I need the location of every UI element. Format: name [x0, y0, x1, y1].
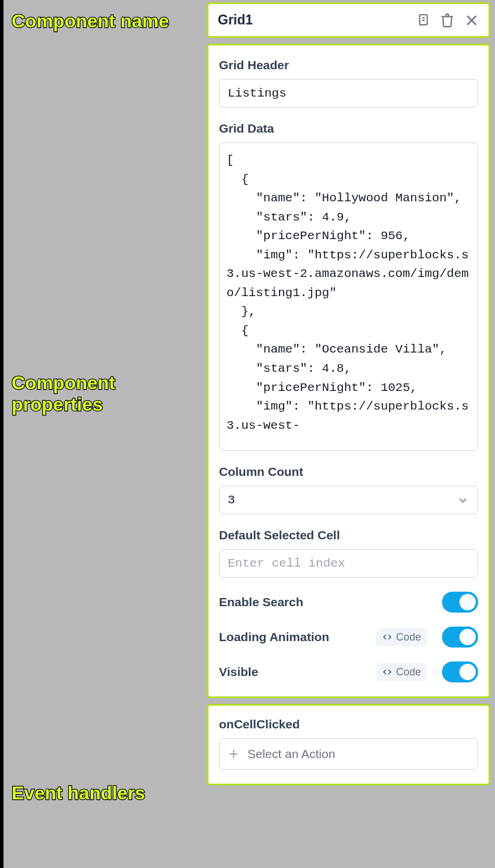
- grid-header-label: Grid Header: [219, 58, 478, 72]
- chevron-down-icon: [457, 494, 469, 507]
- grid-data-label: Grid Data: [219, 122, 478, 136]
- code-icon: [382, 667, 393, 677]
- component-header-card: Grid1: [207, 2, 490, 38]
- enable-search-toggle[interactable]: [442, 592, 478, 613]
- grid-data-input[interactable]: [ { "name": "Hollywood Mansion", "stars"…: [219, 143, 478, 451]
- column-count-label: Column Count: [219, 465, 478, 479]
- select-action-label: Select an Action: [248, 747, 335, 761]
- loading-animation-label: Loading Animation: [219, 630, 369, 644]
- default-selected-cell-input[interactable]: [219, 549, 478, 578]
- annotation-component-name: Component name: [12, 10, 169, 32]
- annotation-component-properties: Component properties: [12, 372, 204, 415]
- annotation-event-handlers: Event handlers: [12, 782, 145, 804]
- column-count-value: 3: [228, 493, 235, 507]
- on-cell-clicked-label: onCellClicked: [219, 717, 478, 731]
- grid-header-input[interactable]: [219, 79, 478, 108]
- loading-animation-toggle[interactable]: [442, 627, 478, 648]
- properties-panel: Grid1 Grid H: [204, 0, 495, 868]
- code-icon: [382, 632, 393, 642]
- visible-label: Visible: [219, 665, 369, 679]
- default-selected-cell-label: Default Selected Cell: [219, 528, 478, 542]
- visible-code-toggle[interactable]: Code: [376, 663, 427, 681]
- select-action-button[interactable]: Select an Action: [219, 738, 478, 770]
- visible-toggle[interactable]: [442, 661, 478, 682]
- event-handlers-card: onCellClicked Select an Action: [207, 704, 490, 785]
- loading-animation-code-toggle[interactable]: Code: [376, 628, 427, 646]
- annotation-column: Component name Component properties Even…: [3, 0, 204, 868]
- plus-icon: [228, 748, 239, 760]
- delete-icon[interactable]: [440, 13, 455, 28]
- close-icon[interactable]: [464, 13, 479, 28]
- column-count-select[interactable]: 3: [219, 486, 478, 514]
- copy-icon[interactable]: [415, 13, 430, 28]
- enable-search-label: Enable Search: [219, 595, 435, 609]
- component-properties-card: Grid Header Grid Data [ { "name": "Holly…: [207, 44, 490, 698]
- component-title[interactable]: Grid1: [218, 12, 415, 28]
